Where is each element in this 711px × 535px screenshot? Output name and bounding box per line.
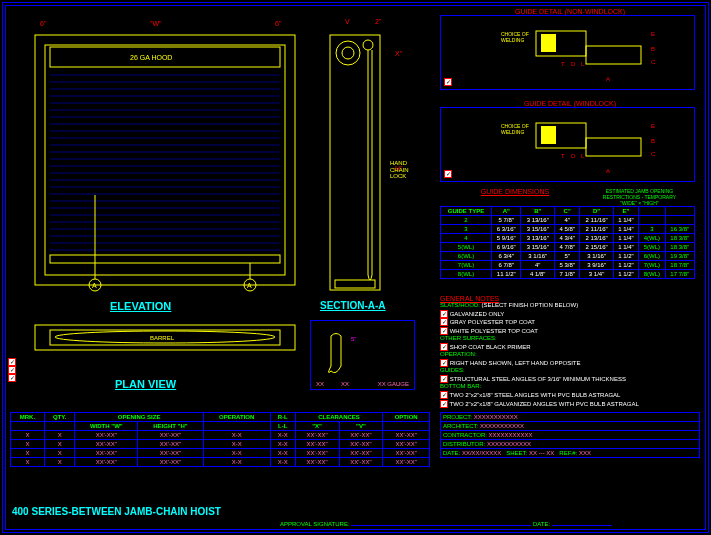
slat-gauge: XX GAUGE: [378, 381, 409, 387]
svg-text:5": 5": [351, 336, 356, 342]
plan-view-drawing: BARREL: [20, 320, 310, 380]
gn-op-label: OPERATION:: [440, 351, 477, 357]
svg-text:E: E: [651, 123, 655, 129]
dim-2: 2": [375, 18, 381, 25]
title-block: PROJECT: XXXXXXXXXXX ARCHITECT: XXXXXXXX…: [440, 412, 700, 458]
planview-checkbox-3[interactable]: ✓: [8, 374, 16, 382]
gn-cb-8[interactable]: ✓: [440, 400, 448, 408]
svg-rect-1: [45, 45, 285, 275]
slat-xx-1: XX: [316, 381, 324, 387]
guide-nonwindlock-title: GUIDE DETAIL (NON-WINDLOCK): [440, 8, 700, 15]
guide-windlock-title: GUIDE DETAIL (WINDLOCK): [440, 100, 700, 107]
svg-text:WELDING: WELDING: [501, 129, 524, 135]
elevation-title: ELEVATION: [110, 300, 171, 312]
gn-bb-label: BOTTOM BAR:: [440, 383, 481, 389]
svg-rect-61: [586, 138, 641, 156]
section-aa-drawing: V 2" X" H" HANDCHAINLOCK: [320, 15, 420, 305]
dim-x: X": [395, 50, 402, 57]
svg-text:L: L: [581, 61, 585, 67]
guide-nw-checkbox[interactable]: ✓: [444, 78, 452, 86]
svg-rect-46: [335, 280, 375, 288]
svg-text:A: A: [606, 76, 610, 82]
guide-dims-note: ESTIMATED JAMB OPENINGRESTRICTIONS - TEM…: [592, 188, 687, 206]
svg-point-43: [363, 40, 373, 50]
gn-cb-7[interactable]: ✓: [440, 391, 448, 399]
svg-text:A: A: [606, 168, 610, 174]
svg-text:D: D: [571, 61, 576, 67]
hand-chain-label: HANDCHAINLOCK: [390, 160, 409, 180]
gn-cb-6[interactable]: ✓: [440, 375, 448, 383]
svg-rect-50: [541, 34, 556, 52]
gn-cb-5[interactable]: ✓: [440, 359, 448, 367]
svg-rect-29: [50, 255, 280, 263]
gn-guides-label: GUIDES:: [440, 367, 465, 373]
gn-cb-2[interactable]: ✓: [440, 318, 448, 326]
svg-point-42: [342, 47, 354, 59]
planview-checkbox-2[interactable]: ✓: [8, 366, 16, 374]
svg-text:D: D: [571, 153, 576, 159]
approval-sig: APPROVAL SIGNATURE: DATE:: [280, 521, 612, 527]
svg-text:T: T: [561, 61, 565, 67]
svg-text:B: B: [651, 46, 655, 52]
svg-rect-62: [541, 126, 556, 144]
svg-text:BARREL: BARREL: [150, 335, 175, 341]
svg-point-41: [336, 41, 360, 65]
gn-slats-sub: (SELECT FINISH OPTION BELOW): [482, 302, 579, 308]
guide-dims-title: GUIDE DIMENSIONS: [440, 188, 590, 195]
guide-w-checkbox[interactable]: ✓: [444, 170, 452, 178]
planview-title: PLAN VIEW: [115, 378, 176, 390]
gn-cb-4[interactable]: ✓: [440, 343, 448, 351]
spec-table: MRK.QTY.OPENING SIZEOPERATIONR-LCLEARANC…: [10, 412, 430, 467]
spec-table-container: MRK.QTY.OPENING SIZEOPERATIONR-LCLEARANC…: [10, 412, 430, 467]
svg-text:WELDING: WELDING: [501, 37, 524, 43]
svg-text:C: C: [651, 151, 656, 157]
svg-text:B: B: [651, 138, 655, 144]
planview-checkbox-1[interactable]: ✓: [8, 358, 16, 366]
main-title: 400 SERIES-BETWEEN JAMB-CHAIN HOIST: [12, 506, 221, 517]
general-notes: GENERAL NOTES SLATS/HOOD: (SELECT FINISH…: [440, 295, 700, 408]
svg-text:E: E: [651, 31, 655, 37]
svg-rect-49: [586, 46, 641, 64]
svg-text:C: C: [651, 59, 656, 65]
section-aa-title: SECTION-A-A: [320, 300, 386, 311]
slat-detail: 5" XX XX XX GAUGE: [310, 320, 415, 390]
svg-text:L: L: [581, 153, 585, 159]
gn-slats-label: SLATS/HOOD:: [440, 302, 480, 308]
slat-xx-2: XX: [341, 381, 349, 387]
svg-text:A: A: [247, 282, 252, 289]
svg-text:T: T: [561, 153, 565, 159]
elevation-drawing: 6" "W" 6" 26 GA HOOD A A: [20, 15, 310, 305]
dim-v: V: [345, 18, 350, 25]
gn-cb-3[interactable]: ✓: [440, 327, 448, 335]
gn-other-label: OTHER SURFACES:: [440, 335, 497, 341]
svg-rect-0: [35, 35, 295, 285]
svg-text:A: A: [92, 282, 97, 289]
gn-cb-1[interactable]: ✓: [440, 310, 448, 318]
hood-label: 26 GA HOOD: [130, 54, 172, 61]
gn-title: GENERAL NOTES: [440, 295, 700, 302]
guide-dims-table: GUIDE TYPEA"B"C"D"E" 25 7/8"3 13/16"4"2 …: [440, 206, 695, 279]
